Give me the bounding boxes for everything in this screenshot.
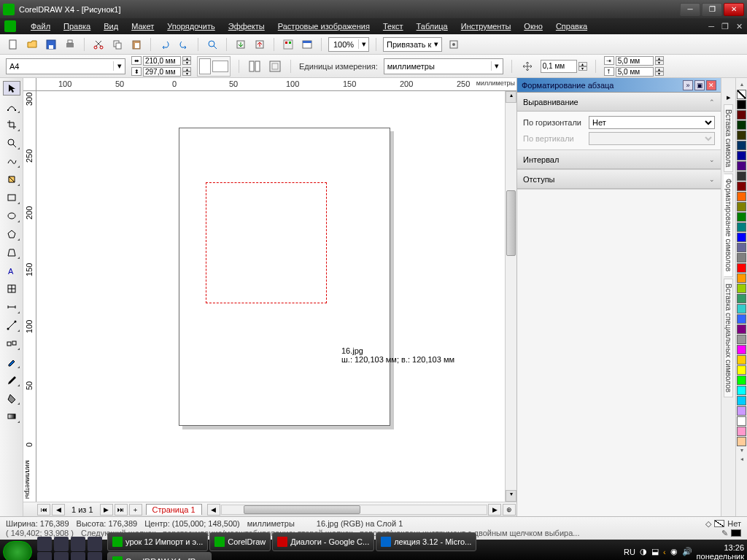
paper-dropdown-icon[interactable]: ▾ xyxy=(113,61,125,71)
palette-flyout-icon[interactable]: ◂ xyxy=(736,456,747,464)
color-swatch[interactable] xyxy=(737,437,746,446)
blend-tool[interactable] xyxy=(3,336,20,351)
color-swatch[interactable] xyxy=(737,304,746,314)
last-page-button[interactable]: ⏭ xyxy=(115,504,128,516)
scroll-right-button[interactable]: ▶ xyxy=(488,504,501,516)
color-swatch[interactable] xyxy=(737,212,746,222)
paste-button[interactable] xyxy=(129,37,144,52)
menu-layout[interactable]: Макет xyxy=(125,20,160,32)
welcome-button[interactable] xyxy=(300,37,314,52)
tray-icon[interactable]: ◉ xyxy=(670,547,678,556)
snap-combo[interactable]: Привязать к ▾ xyxy=(383,37,442,52)
spin-down[interactable]: ▾ xyxy=(182,61,191,65)
cut-button[interactable] xyxy=(91,37,106,52)
first-page-button[interactable]: ⏮ xyxy=(37,504,50,516)
color-swatch[interactable] xyxy=(737,335,746,344)
page-frame-button[interactable] xyxy=(268,59,282,74)
landscape-button[interactable] xyxy=(212,61,228,72)
color-swatch[interactable] xyxy=(737,396,746,405)
tray-icon[interactable]: ⬓ xyxy=(651,547,659,556)
color-swatch[interactable] xyxy=(737,171,746,181)
section-spacing[interactable]: Интервал⌄ xyxy=(517,150,721,169)
pick-tool[interactable] xyxy=(3,81,20,96)
ruler-horizontal[interactable]: миллиметры10050050100150200250 xyxy=(23,78,516,91)
color-swatch[interactable] xyxy=(737,365,746,375)
color-swatch[interactable] xyxy=(737,314,746,324)
connector-tool[interactable] xyxy=(3,318,20,332)
nudge-input[interactable] xyxy=(541,60,577,73)
color-swatch[interactable] xyxy=(737,324,746,334)
basic-shapes-tool[interactable] xyxy=(3,245,20,260)
outline-tool[interactable] xyxy=(3,373,20,387)
docker-tab-special[interactable]: Вставка специальных символов xyxy=(724,279,733,397)
polygon-tool[interactable] xyxy=(3,227,20,241)
tray-icon[interactable]: ◑ xyxy=(640,547,647,556)
ql-7[interactable] xyxy=(71,552,85,560)
open-button[interactable] xyxy=(25,37,39,52)
docker-collapse-button[interactable]: » xyxy=(683,80,693,90)
zoom-input[interactable] xyxy=(329,40,358,49)
zoom-combo[interactable]: ▾ xyxy=(328,37,369,52)
color-swatch[interactable] xyxy=(737,222,746,232)
vscrollbar[interactable]: ▴ ▾ xyxy=(505,91,516,502)
color-swatch[interactable] xyxy=(737,202,746,211)
menu-table[interactable]: Таблица xyxy=(411,20,454,32)
interactive-fill-tool[interactable] xyxy=(3,409,20,424)
new-button[interactable] xyxy=(6,37,20,52)
crop-tool[interactable] xyxy=(3,117,20,132)
color-swatch[interactable] xyxy=(737,345,746,354)
clock[interactable]: 13:26 24.03.2008 понедельник xyxy=(697,543,744,561)
zoom-tool[interactable] xyxy=(3,136,20,150)
doc-minimize-button[interactable]: ─ xyxy=(708,22,714,31)
menu-effects[interactable]: Эффекты xyxy=(222,20,271,32)
color-swatch[interactable] xyxy=(737,406,746,416)
fill-tool[interactable] xyxy=(3,391,20,405)
color-swatch[interactable] xyxy=(737,416,746,426)
navigator-button[interactable]: ⊕ xyxy=(503,504,516,516)
color-swatch[interactable] xyxy=(737,284,746,293)
eyedropper-tool[interactable] xyxy=(3,354,20,369)
docker-menu-button[interactable]: ▣ xyxy=(694,80,705,90)
color-swatch[interactable] xyxy=(737,263,746,273)
taskbar-item[interactable]: CorelDRAW X4 - [Ри... xyxy=(107,552,212,560)
snap-dropdown-icon[interactable]: ▾ xyxy=(434,39,438,49)
ruler-vertical[interactable]: миллиметры300250200150100500 xyxy=(23,91,36,502)
options-button[interactable] xyxy=(446,37,461,52)
palette-down-icon[interactable]: ▾ xyxy=(736,447,747,456)
color-swatch[interactable] xyxy=(737,151,746,160)
color-swatch[interactable] xyxy=(737,376,746,385)
page-height-input[interactable] xyxy=(143,67,181,77)
vscroll-thumb[interactable] xyxy=(506,190,516,256)
taskbar-item[interactable]: CorelDraw xyxy=(209,532,271,551)
palette-up-icon[interactable]: ▴ xyxy=(736,81,747,90)
tray-arrow-icon[interactable]: ‹ xyxy=(663,548,666,556)
menu-help[interactable]: Справка xyxy=(550,20,593,32)
import-placement-rect[interactable] xyxy=(206,182,327,303)
start-button[interactable] xyxy=(3,541,32,561)
color-swatch[interactable] xyxy=(737,192,746,201)
pages-button[interactable] xyxy=(247,59,262,74)
ql-1[interactable] xyxy=(37,537,52,551)
color-swatch[interactable] xyxy=(737,386,746,395)
color-swatch[interactable] xyxy=(737,243,746,252)
fill-swatch[interactable] xyxy=(714,520,724,527)
freehand-tool[interactable] xyxy=(3,154,20,168)
color-swatch[interactable] xyxy=(737,120,746,130)
color-swatch[interactable] xyxy=(737,427,746,436)
color-swatch[interactable] xyxy=(737,131,746,140)
shape-tool[interactable] xyxy=(3,99,20,114)
redo-button[interactable] xyxy=(177,37,191,52)
paper-size-combo[interactable]: ▾ xyxy=(6,58,125,74)
docker-titlebar[interactable]: Форматирование абзаца » ▣ ✕ xyxy=(517,78,721,93)
app-launcher-button[interactable] xyxy=(281,37,295,52)
table-tool[interactable] xyxy=(3,281,20,296)
color-swatch[interactable] xyxy=(737,141,746,150)
menu-text[interactable]: Текст xyxy=(377,20,409,32)
units-dropdown-icon[interactable]: ▾ xyxy=(491,61,503,71)
menu-edit[interactable]: Правка xyxy=(58,20,96,32)
search-button[interactable] xyxy=(205,37,220,52)
export-button[interactable] xyxy=(252,37,267,52)
doc-restore-button[interactable]: ❐ xyxy=(721,22,729,31)
spin-down[interactable]: ▾ xyxy=(182,71,191,76)
volume-icon[interactable]: 🔊 xyxy=(682,547,692,556)
